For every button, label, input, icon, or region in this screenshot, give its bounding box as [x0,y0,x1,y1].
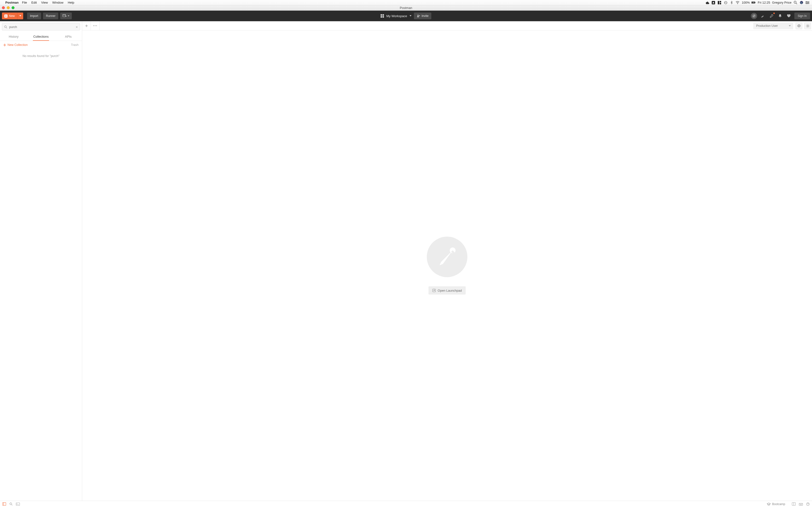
new-collection-label: New Collection [7,43,28,47]
environment-selector[interactable]: Production User [753,22,793,29]
svg-rect-19 [63,14,66,17]
new-button[interactable]: New [2,12,17,19]
request-tabbar: Production User [82,21,812,31]
empty-state: Open Launchpad [82,31,812,501]
wifi-icon[interactable] [735,1,740,4]
menubar-file[interactable]: File [22,1,27,4]
keyboard-shortcuts-button[interactable] [799,503,803,506]
svg-line-31 [6,27,7,28]
satellite-icon[interactable] [760,13,766,19]
proxy-off-icon[interactable] [751,13,757,19]
window-zoom-button[interactable] [12,6,14,9]
new-dropdown-button[interactable] [17,12,23,19]
menubar-window[interactable]: Window [52,1,63,4]
help-button[interactable] [806,502,810,506]
svg-line-10 [796,3,797,4]
svg-point-16 [808,2,808,3]
timemachine-icon[interactable] [723,1,728,4]
macos-menubar: Postman File Edit View Window Help 100% … [0,0,812,5]
plus-icon [3,44,6,46]
menubar-username[interactable]: Gregory Price [772,1,792,4]
manage-environments-button[interactable] [804,22,811,29]
menubar-app-name[interactable]: Postman [5,1,18,4]
svg-line-38 [806,24,807,25]
chevron-down-icon [19,15,21,17]
tab-options-button[interactable] [91,21,100,30]
svg-rect-57 [800,505,802,505]
sign-in-button[interactable]: Sign In [794,12,810,19]
invite-button[interactable]: Invite [414,12,432,19]
bell-icon[interactable] [777,13,783,19]
svg-point-11 [800,1,803,4]
search-input[interactable] [9,25,74,29]
two-pane-button[interactable] [792,502,796,506]
bootcamp-button[interactable]: Bootcamp [767,502,785,506]
svg-rect-55 [801,504,802,504]
tab-apis[interactable]: APIs [55,32,82,41]
trash-link[interactable]: Trash [71,43,79,47]
svg-rect-2 [720,1,721,2]
svg-rect-56 [802,504,803,504]
new-tab-button[interactable] [82,21,91,30]
open-launchpad-label: Open Launchpad [438,289,462,292]
svg-line-39 [808,26,809,27]
clear-search-button[interactable]: × [75,25,78,29]
grid-icon [380,14,384,18]
eye-icon [797,24,801,27]
cloud-icon[interactable] [705,1,710,4]
postman-logo-icon [427,237,467,277]
console-button[interactable] [16,502,20,506]
tab-history[interactable]: History [0,32,27,41]
find-button[interactable] [9,502,12,506]
graduation-cap-icon [767,503,771,506]
siri-icon[interactable] [799,1,804,4]
battery-icon[interactable] [751,1,756,4]
svg-point-29 [761,17,762,17]
svg-rect-22 [383,14,384,16]
window-controls [2,6,14,9]
control-center-icon[interactable] [805,1,810,4]
settings-wrench-icon[interactable] [768,13,774,19]
gear-icon [806,24,810,28]
workspace-selector[interactable]: My Workspace [380,14,412,18]
runner-button[interactable]: Runner [43,12,58,19]
svg-rect-44 [3,503,6,506]
window-close-button[interactable] [2,6,5,9]
search-field[interactable]: × [2,23,80,31]
window-plus-icon [63,14,66,18]
menubar-edit[interactable]: Edit [32,1,37,4]
workspace-label: My Workspace [387,14,407,18]
sidebar: × History Collections APIs New Collectio… [0,21,82,501]
svg-point-59 [808,505,808,505]
bootcamp-label: Bootcamp [772,502,785,506]
window-title: Postman [400,6,412,10]
quick-look-button[interactable] [796,22,802,29]
heart-icon[interactable] [785,13,792,19]
svg-point-5 [737,4,738,4]
svg-rect-52 [800,504,800,504]
svg-rect-48 [16,503,20,505]
notification-dot [773,12,775,14]
svg-rect-23 [380,16,382,18]
window-titlebar: Postman [0,5,812,11]
menubar-help[interactable]: Help [68,1,74,4]
tab-collections[interactable]: Collections [27,32,55,41]
toggle-sidebar-button[interactable] [2,502,6,506]
grid-app-icon[interactable] [717,1,722,4]
import-button[interactable]: Import [27,12,41,19]
open-launchpad-button[interactable]: Open Launchpad [428,286,466,294]
window-minimize-button[interactable] [7,6,10,9]
external-link-icon [433,289,436,292]
chevron-down-icon [68,15,69,17]
svg-rect-51 [799,503,803,505]
svg-point-9 [794,1,796,3]
menubar-view[interactable]: View [41,1,48,4]
menubar-clock[interactable]: Fri 12:25 [758,1,770,4]
capture-settings-button[interactable] [60,12,72,19]
new-collection-button[interactable]: New Collection [3,43,28,47]
spotlight-icon[interactable] [793,1,798,4]
bluetooth-icon[interactable] [729,1,734,4]
dots-icon [93,25,97,26]
sidebar-empty-message: No results found for "purch" [0,54,82,58]
triangle-app-icon[interactable] [711,1,716,4]
